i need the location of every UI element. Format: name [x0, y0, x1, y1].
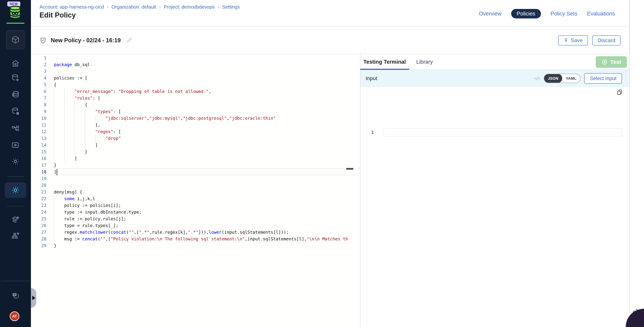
- database-stack-icon: [11, 90, 20, 98]
- code-text: i,j,k,l: [74, 196, 95, 201]
- sidebar-item-layers-settings[interactable]: [0, 215, 31, 224]
- select-input-button[interactable]: Select Input: [584, 73, 622, 84]
- line-number: 25: [31, 215, 52, 222]
- code-string: "jdbc:oracle:thin": [230, 116, 276, 121]
- testing-tab-testing-terminal[interactable]: Testing Terminal: [363, 59, 406, 65]
- indent-guide: [54, 95, 74, 101]
- breadcrumb-item[interactable]: Organization: default: [112, 4, 156, 10]
- code-line[interactable]: "types": [: [52, 108, 360, 115]
- breadcrumb-item[interactable]: Settings: [222, 4, 240, 10]
- sidebar-item-project-settings-active[interactable]: [5, 182, 26, 198]
- code-line[interactable]: "drop": [52, 135, 360, 142]
- code-line[interactable]: }: [52, 242, 360, 249]
- breadcrumb-separator: ›: [218, 4, 219, 10]
- code-line[interactable]: [52, 68, 360, 75]
- indent-guide: [54, 135, 106, 142]
- format-toggle: JSONYAML: [544, 74, 580, 83]
- breadcrumb-item[interactable]: Account: app-harness-ng-cicd: [40, 4, 104, 10]
- tab-policies[interactable]: Policies: [511, 9, 541, 18]
- header-tabs: OverviewPoliciesPolicy SetsEvaluations: [479, 9, 615, 18]
- sidebar-divider: [1, 281, 30, 281]
- line-number: 28: [31, 236, 52, 242]
- code-text: ,[: [134, 230, 139, 235]
- policy-code-editor[interactable]: 1234567891011121314151617181920212223242…: [31, 54, 360, 327]
- sidebar-item-flows[interactable]: [0, 125, 31, 133]
- code-line[interactable]: some i,j,k,l: [52, 195, 360, 202]
- indent-guide: [54, 108, 95, 115]
- code-text: (: [98, 237, 100, 241]
- code-line[interactable]: deny[msg] {: [52, 189, 360, 195]
- code-keyword: some: [64, 196, 74, 201]
- code-line[interactable]: policies := [: [52, 75, 360, 81]
- code-line[interactable]: ]: [52, 155, 360, 162]
- format-option-json[interactable]: JSON: [544, 74, 562, 83]
- code-line[interactable]: "rules": [: [52, 95, 360, 101]
- edit-policy-name-button[interactable]: [126, 37, 132, 44]
- copy-button[interactable]: [616, 89, 623, 96]
- code-string: ".*": [139, 230, 149, 235]
- overview-ruler-cursor-mark: [346, 168, 353, 170]
- sidebar-expand-handle[interactable]: [31, 288, 36, 308]
- code-line[interactable]: "jdbc:sqlserver","jdbc:mysql","jdbc:post…: [52, 115, 360, 122]
- discard-button[interactable]: Discard: [592, 35, 620, 45]
- tab-overview[interactable]: Overview: [479, 9, 502, 18]
- format-option-yaml[interactable]: YAML: [562, 74, 580, 83]
- harness-db-devops-logo-icon[interactable]: [9, 5, 21, 20]
- breadcrumb-item[interactable]: Project: demodbdevops: [164, 4, 215, 10]
- sidebar-item-executions[interactable]: [0, 141, 31, 150]
- code-line[interactable]: ]: [52, 142, 360, 148]
- code-line[interactable]: type = rule.types[_];: [52, 222, 360, 229]
- sidebar-item-db-stack[interactable]: [0, 90, 31, 98]
- test-button[interactable]: Test: [596, 56, 627, 68]
- app-right-border: [630, 0, 630, 327]
- line-number: 20: [31, 182, 52, 189]
- sidebar-item-db-settings[interactable]: [0, 73, 31, 82]
- code-line[interactable]: [52, 54, 360, 61]
- sidebar-item-network-settings[interactable]: [0, 231, 31, 240]
- code-text: regex.: [64, 230, 80, 235]
- code-line[interactable]: {: [52, 101, 360, 108]
- sidebar-item-home[interactable]: [0, 59, 31, 68]
- sidebar-item-help[interactable]: ?: [0, 292, 31, 300]
- user-avatar[interactable]: AT: [10, 311, 20, 321]
- testing-tab-library[interactable]: Library: [416, 59, 433, 65]
- code-text: policy := policies[i];: [64, 203, 121, 208]
- sidebar: NEW: [0, 0, 31, 327]
- code-keyword: lower: [209, 230, 222, 235]
- code-line[interactable]: "regex": [: [52, 128, 360, 135]
- line-number: 16: [31, 155, 52, 162]
- input-current-line[interactable]: [383, 128, 622, 136]
- code-line[interactable]: [52, 175, 360, 182]
- sidebar-item-db-instances[interactable]: [0, 107, 31, 115]
- code-line[interactable]: msg := concat("",["Policy violation:\n T…: [52, 236, 360, 242]
- code-line[interactable]: type := input.dbInstance.type;: [52, 209, 360, 215]
- code-line[interactable]: regex.match(lower(concat("",[".*",rule.r…: [52, 229, 360, 236]
- code-text: }: [85, 149, 88, 154]
- editor-code[interactable]: package db_sqlpolicies := [{"error_messa…: [52, 54, 360, 249]
- code-line[interactable]: "error_message": "Dropping of table is n…: [52, 88, 360, 95]
- sidebar-item-settings[interactable]: [0, 157, 31, 166]
- line-number: 27: [31, 229, 52, 236]
- code-text: rule := policy.rules[j];: [64, 216, 126, 221]
- chevron-right-icon: [32, 296, 36, 300]
- code-line[interactable]: policy := policies[i];: [52, 202, 360, 209]
- code-line[interactable]: [52, 182, 360, 189]
- tab-evaluations[interactable]: Evaluations: [587, 9, 615, 18]
- code-string: "jdbc:sqlserver": [106, 116, 147, 121]
- code-text: ],: [95, 123, 100, 127]
- code-line[interactable]: rule := policy.rules[j];: [52, 215, 360, 222]
- module-selector[interactable]: [6, 30, 25, 49]
- code-line[interactable]: {: [52, 81, 360, 88]
- code-line[interactable]: ]: [52, 169, 360, 175]
- code-line[interactable]: package db_sql: [52, 61, 360, 68]
- code-line[interactable]: ],: [52, 122, 360, 128]
- save-button-label: Save: [571, 37, 583, 43]
- input-editor[interactable]: 1: [360, 87, 630, 327]
- code-text: type = rule.types[_];: [64, 223, 118, 228]
- indent-guide: [54, 229, 64, 236]
- save-button[interactable]: Save: [558, 35, 588, 45]
- code-line[interactable]: }: [52, 148, 360, 155]
- tab-policy-sets[interactable]: Policy Sets: [551, 9, 577, 18]
- breadcrumb-separator: ›: [159, 4, 161, 10]
- code-line[interactable]: }: [52, 162, 360, 169]
